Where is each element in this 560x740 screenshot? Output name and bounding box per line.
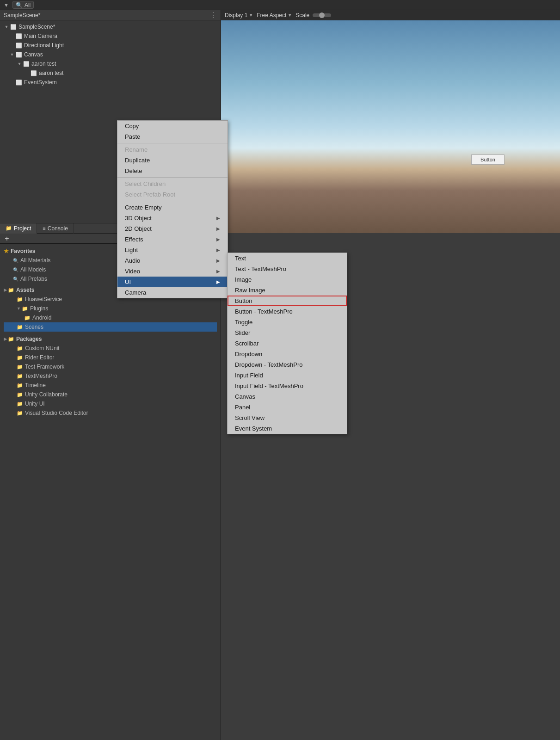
display-selector[interactable]: Display 1 ▼ xyxy=(225,12,253,18)
cube-icon: ⬜ xyxy=(23,61,30,67)
sub-cm-item-button-textmeshpro[interactable]: Button - TextMeshPro xyxy=(228,306,347,317)
project-item-timeline[interactable]: 📁 Timeline xyxy=(4,381,217,390)
cm-item-create-empty[interactable]: Create Empty xyxy=(117,202,228,213)
sub-cm-label: Event System xyxy=(235,425,272,432)
cm-item-effects[interactable]: Effects ▶ xyxy=(117,234,228,245)
cm-item-ui[interactable]: UI ▶ xyxy=(117,277,228,287)
scene-button-label: Button xyxy=(480,157,495,162)
packages-label: Packages xyxy=(16,336,42,342)
sub-cm-item-toggle[interactable]: Toggle xyxy=(228,317,347,327)
cm-item-2d-object[interactable]: 2D Object ▶ xyxy=(117,223,228,234)
sub-cm-item-button[interactable]: Button xyxy=(228,296,347,306)
sub-cm-item-panel[interactable]: Panel xyxy=(228,402,347,413)
cm-label: Effects xyxy=(125,236,143,243)
cm-item-delete[interactable]: Delete xyxy=(117,166,228,176)
add-button[interactable]: + xyxy=(3,234,11,243)
hierarchy-menu-icon[interactable]: ⋮ xyxy=(209,11,217,19)
sub-cm-item-event-system[interactable]: Event System xyxy=(228,423,347,434)
sub-cm-item-canvas[interactable]: Canvas xyxy=(228,391,347,402)
submenu-arrow-icon: ▶ xyxy=(216,258,220,263)
cm-item-duplicate[interactable]: Duplicate xyxy=(117,155,228,166)
folder-icon: 📁 xyxy=(17,401,23,407)
project-item-android[interactable]: 📁 Android xyxy=(4,313,217,322)
tree-item-samplescene[interactable]: ▼ ⬜ SampleScene* xyxy=(0,22,221,31)
cm-item-paste[interactable]: Paste xyxy=(117,131,228,142)
tree-item-canvas[interactable]: ▼ ⬜ Canvas xyxy=(0,50,221,59)
scale-control[interactable]: Scale xyxy=(295,12,331,18)
scene-viewport[interactable]: Button xyxy=(221,20,560,233)
folder-icon: 📁 xyxy=(17,345,23,352)
cm-item-camera[interactable]: Camera xyxy=(117,287,228,298)
cm-item-rename: Rename xyxy=(117,144,228,155)
item-label: Test Framework xyxy=(25,364,64,370)
cm-item-video[interactable]: Video ▶ xyxy=(117,266,228,277)
cm-item-audio[interactable]: Audio ▶ xyxy=(117,255,228,266)
project-item-plugins[interactable]: ▼ 📁 Plugins xyxy=(4,304,217,313)
scale-label: Scale xyxy=(295,12,309,18)
folder-icon: 📁 xyxy=(17,364,23,370)
sub-cm-item-image[interactable]: Image xyxy=(228,274,347,285)
cm-item-select-prefab-root: Select Prefab Root xyxy=(117,189,228,200)
tree-item-directionallight[interactable]: ⬜ Directional Light xyxy=(0,41,221,50)
cm-item-copy[interactable]: Copy xyxy=(117,121,228,131)
tree-item-eventsystem[interactable]: ⬜ EventSystem xyxy=(0,78,221,87)
submenu-arrow-icon: ▶ xyxy=(216,279,220,284)
sub-cm-item-slider[interactable]: Slider xyxy=(228,327,347,338)
tree-item-aarontest-parent[interactable]: ▼ ⬜ aaron test xyxy=(0,59,221,68)
project-item-customnunit[interactable]: 📁 Custom NUnit xyxy=(4,344,217,353)
sub-cm-item-input-field-textmeshpro[interactable]: Input Field - TextMeshPro xyxy=(228,381,347,391)
sub-cm-item-text[interactable]: Text xyxy=(228,253,347,264)
tree-item-label: aaron test xyxy=(39,70,63,76)
bottom-left-panel: 📁 Project ≡ Console + ★ Favorites 🔍 All … xyxy=(0,223,221,740)
cm-separator xyxy=(117,143,228,143)
packages-header: ▶ 📁 Packages xyxy=(4,334,217,344)
tree-item-label: SampleScene* xyxy=(18,24,55,30)
project-item-unityui[interactable]: 📁 Unity UI xyxy=(4,399,217,408)
tab-console[interactable]: ≡ Console xyxy=(37,223,74,234)
project-item-unitycollaborate[interactable]: 📁 Unity Collaborate xyxy=(4,390,217,399)
sub-cm-label: Scroll View xyxy=(235,414,265,421)
project-item-vstudioeditor[interactable]: 📁 Visual Studio Code Editor xyxy=(4,408,217,418)
project-item-testframework[interactable]: 📁 Test Framework xyxy=(4,362,217,371)
cm-item-3d-object[interactable]: 3D Object ▶ xyxy=(117,213,228,223)
project-item-ridereditor[interactable]: 📁 Rider Editor xyxy=(4,353,217,362)
submenu-arrow-icon: ▶ xyxy=(216,237,220,242)
cm-label: Paste xyxy=(125,133,140,140)
cm-label: Duplicate xyxy=(125,157,150,164)
sub-cm-label: Dropdown xyxy=(235,351,262,358)
project-item-textmeshpro[interactable]: 📁 TextMeshPro xyxy=(4,371,217,381)
sub-cm-label: Scrollbar xyxy=(235,340,258,347)
tree-arrow-icon: ▼ xyxy=(17,61,22,67)
cm-item-light[interactable]: Light ▶ xyxy=(117,245,228,255)
sub-cm-item-dropdown-textmeshpro[interactable]: Dropdown - TextMeshPro xyxy=(228,359,347,370)
dropdown-arrow-icon[interactable]: ▼ xyxy=(4,2,9,8)
tab-project[interactable]: 📁 Project xyxy=(0,223,37,234)
scale-slider-icon xyxy=(313,13,331,17)
tree-item-maincamera[interactable]: ⬜ Main Camera xyxy=(0,31,221,41)
sub-cm-item-scroll-view[interactable]: Scroll View xyxy=(228,413,347,423)
display-label: Display 1 xyxy=(225,12,247,18)
tree-item-label: Directional Light xyxy=(24,42,64,49)
aspect-arrow-icon: ▼ xyxy=(288,13,292,18)
sub-cm-item-dropdown[interactable]: Dropdown xyxy=(228,349,347,359)
cm-label: Select Prefab Root xyxy=(125,191,175,198)
scene-ui-button: Button xyxy=(471,154,505,165)
tree-item-label: Main Camera xyxy=(24,33,57,39)
sub-cm-item-raw-image[interactable]: Raw Image xyxy=(228,285,347,296)
cube-icon: ⬜ xyxy=(16,33,22,39)
item-label: All Prefabs xyxy=(20,276,47,282)
item-label: All Materials xyxy=(20,257,50,264)
sub-context-menu: Text Text - TextMeshPro Image Raw Image … xyxy=(227,253,347,434)
tree-item-aarontest-child[interactable]: ⬜ aaron test xyxy=(0,68,221,78)
game-toolbar: Display 1 ▼ Free Aspect ▼ Scale xyxy=(221,10,560,20)
search-bar[interactable]: 🔍 All xyxy=(12,1,34,9)
sub-cm-item-scrollbar[interactable]: Scrollbar xyxy=(228,338,347,349)
sub-cm-item-input-field[interactable]: Input Field xyxy=(228,370,347,381)
item-label: Timeline xyxy=(25,382,46,388)
project-item-scenes[interactable]: 📁 Scenes xyxy=(4,322,217,332)
cm-label: UI xyxy=(125,278,131,285)
sub-cm-item-text-textmeshpro[interactable]: Text - TextMeshPro xyxy=(228,264,347,274)
folder-arrow-icon: ▼ xyxy=(17,306,21,311)
aspect-selector[interactable]: Free Aspect ▼ xyxy=(257,12,292,18)
item-label: Android xyxy=(32,314,51,321)
